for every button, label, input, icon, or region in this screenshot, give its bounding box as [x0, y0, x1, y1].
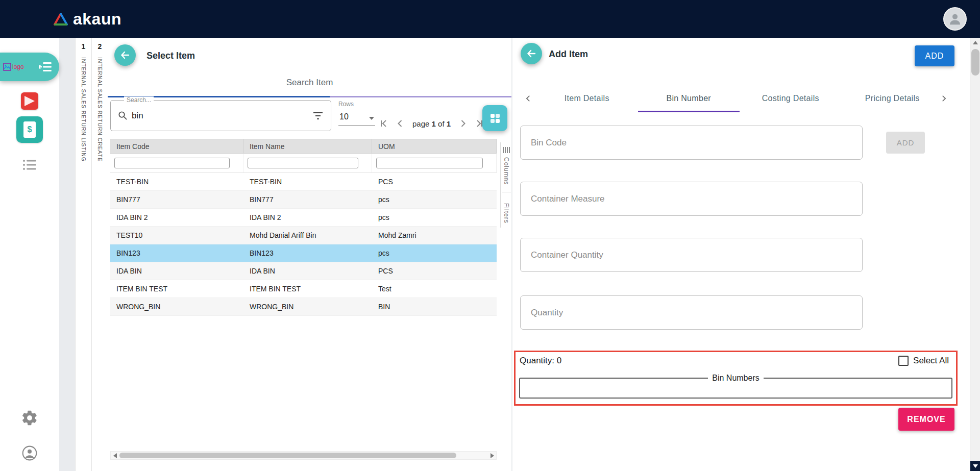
vertical-tab-listing[interactable]: 1 INTERNAL SALES RETURN LISTING: [75, 38, 91, 471]
table-row[interactable]: TEST-BIN TEST-BIN PCS: [110, 173, 497, 191]
items-table: Item Code Item Name UOM TEST-BIN TEST-BI…: [110, 139, 497, 316]
vertical-tab-label: INTERNAL SALES RETURN LISTING: [81, 57, 87, 162]
sidebar-item-list[interactable]: [0, 159, 59, 171]
list-icon: [22, 159, 37, 171]
scroll-up-arrow[interactable]: [970, 38, 980, 47]
topbar: akaun: [0, 0, 980, 38]
table-row[interactable]: TEST10 Mohd Danial Ariff Bin Mohd Zamri: [110, 227, 497, 244]
container-measure-field[interactable]: Container Measure: [520, 182, 863, 216]
brand[interactable]: akaun: [53, 10, 121, 29]
filters-toggle[interactable]: Filters: [503, 195, 510, 228]
table-row[interactable]: IDA BIN IDA BIN PCS: [110, 262, 497, 280]
user-avatar[interactable]: [943, 7, 967, 31]
bin-numbers-fieldset: Bin Numbers: [519, 374, 952, 399]
select-all-control[interactable]: Select All: [898, 356, 949, 366]
add-item-panel: Add Item ADD Item Details Bin Number Cos…: [512, 38, 970, 471]
sidebar-logo-toggle[interactable]: logo: [0, 53, 59, 81]
app-sidebar: logo $: [0, 38, 59, 471]
sidebar-item-settings[interactable]: [0, 409, 59, 427]
content-area: logo $: [0, 38, 980, 471]
tabs-scroll-right-icon[interactable]: [936, 91, 951, 106]
table-row[interactable]: ITEM BIN TEST ITEM BIN TEST Test: [110, 280, 497, 298]
logo-alt-text: logo: [12, 63, 24, 70]
arrow-left-icon: [120, 50, 130, 60]
bin-numbers-section: Quantity: 0 Select All Bin Numbers: [514, 351, 958, 406]
sidebar-item-red-app[interactable]: [0, 92, 59, 110]
vertical-scrollbar-thumb[interactable]: [971, 49, 979, 76]
table-side-controls: Columns Filters: [500, 142, 511, 228]
chevron-down-icon: [369, 117, 374, 120]
tab-search-item[interactable]: Search Item: [108, 78, 511, 88]
table-filter-row: [110, 154, 497, 173]
first-page-button[interactable]: [377, 117, 390, 130]
pagination: page 1 of 1: [377, 117, 486, 130]
previous-page-button[interactable]: [394, 117, 407, 130]
bin-code-add-button[interactable]: ADD: [886, 132, 925, 154]
sidebar-item-sales-doc[interactable]: $: [0, 116, 59, 143]
vertical-tab-number: 1: [76, 42, 91, 51]
column-header-uom[interactable]: UOM: [372, 139, 497, 153]
tab-bin-number[interactable]: Bin Number: [638, 85, 740, 112]
container-quantity-field[interactable]: Container Quantity: [520, 238, 863, 272]
person-icon: [947, 11, 963, 27]
sales-doc-icon: $: [16, 116, 43, 143]
filter-input-item-code[interactable]: [114, 158, 230, 168]
tab-pricing-details[interactable]: Pricing Details: [842, 85, 944, 112]
vertical-tab-label: INTERNAL SALES RETURN CREATE: [97, 57, 103, 162]
table-row[interactable]: WRONG_BIN WRONG_BIN BIN: [110, 298, 497, 316]
scroll-left-arrow[interactable]: [111, 452, 119, 459]
tabs-scroll-left-icon[interactable]: [521, 91, 536, 106]
profile-icon: [21, 445, 38, 461]
gear-icon: [21, 409, 38, 427]
akaun-logo-icon: [53, 12, 68, 26]
back-button[interactable]: [114, 44, 136, 66]
filter-input-uom[interactable]: [376, 158, 483, 168]
select-all-label: Select All: [913, 356, 949, 366]
table-row-selected[interactable]: BIN123 BIN123 pcs: [110, 244, 497, 262]
vertical-tab-create[interactable]: 2 INTERNAL SALES RETURN CREATE: [91, 38, 108, 471]
columns-toggle[interactable]: Columns: [502, 142, 510, 189]
page-indicator: page 1 of 1: [412, 119, 451, 128]
rows-value: 10: [339, 112, 349, 121]
back-button[interactable]: [521, 43, 542, 64]
tab-costing-details[interactable]: Costing Details: [740, 85, 842, 112]
vertical-scrollbar[interactable]: [970, 38, 980, 471]
vertical-tab-number: 2: [92, 42, 108, 51]
rows-per-page-select[interactable]: Rows 10: [338, 99, 375, 126]
search-input[interactable]: [132, 111, 312, 121]
sidebar-item-profile[interactable]: [0, 445, 59, 461]
column-header-item-name[interactable]: Item Name: [243, 139, 372, 153]
broken-image-icon: logo: [3, 63, 24, 71]
table-header-row: Item Code Item Name UOM: [110, 139, 497, 154]
select-all-checkbox[interactable]: [898, 356, 909, 366]
search-field[interactable]: Search...: [110, 100, 331, 131]
next-page-button[interactable]: [456, 117, 470, 130]
table-row[interactable]: BIN777 BIN777 pcs: [110, 191, 497, 209]
horizontal-scrollbar-thumb[interactable]: [119, 453, 456, 458]
tab-item-details[interactable]: Item Details: [536, 85, 638, 112]
red-app-icon: [21, 92, 38, 110]
quantity-field[interactable]: Quantity: [520, 295, 863, 330]
menu-toggle-icon[interactable]: [39, 62, 52, 72]
table-row[interactable]: IDA BIN 2 IDA BIN 2 pcs: [110, 209, 497, 227]
filter-icon[interactable]: [312, 111, 324, 120]
rows-label: Rows: [338, 101, 354, 108]
columns-grip-icon: [502, 146, 510, 154]
scroll-right-arrow[interactable]: [488, 452, 496, 459]
brand-name: akaun: [73, 10, 121, 29]
search-field-label: Search...: [124, 96, 154, 104]
quantity-summary: Quantity: 0: [520, 356, 561, 366]
bin-code-field[interactable]: Bin Code: [520, 126, 863, 160]
bin-numbers-legend: Bin Numbers: [708, 374, 763, 383]
remove-button[interactable]: REMOVE: [898, 408, 954, 431]
column-header-item-code[interactable]: Item Code: [110, 139, 243, 153]
scroll-down-arrow[interactable]: [970, 461, 980, 471]
search-icon: [118, 111, 128, 120]
grid-view-button[interactable]: [482, 105, 507, 131]
app-root: akaun logo: [0, 0, 980, 471]
add-item-button[interactable]: ADD: [915, 45, 954, 66]
image-placeholder-icon: [3, 63, 11, 71]
page-title: Add Item: [549, 49, 588, 60]
filter-input-item-name[interactable]: [248, 158, 358, 168]
horizontal-scrollbar[interactable]: [110, 451, 497, 460]
